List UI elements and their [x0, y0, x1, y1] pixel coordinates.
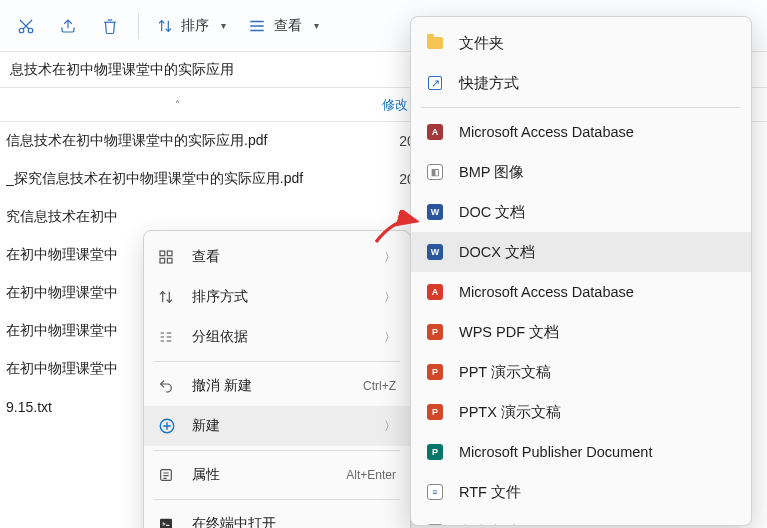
docx-icon: W: [425, 242, 445, 262]
new-access2-label: Microsoft Access Database: [459, 284, 634, 300]
sort-dropdown[interactable]: 排序 ▾: [149, 8, 234, 44]
view-label: 查看: [274, 17, 302, 35]
new-doc[interactable]: W DOC 文档: [411, 192, 751, 232]
file-name: 究信息技术在初中: [6, 208, 366, 226]
svg-rect-3: [167, 251, 172, 256]
ctx-props[interactable]: 属性 Alt+Enter: [144, 455, 410, 495]
new-type-submenu: 文件夹 ↗ 快捷方式 A Microsoft Access Database ◧…: [410, 16, 752, 526]
menu-separator: [154, 450, 400, 451]
delete-button[interactable]: [92, 8, 128, 44]
new-pptx-label: PPTX 演示文稿: [459, 403, 561, 422]
ctx-group[interactable]: 分组依据 〉: [144, 317, 410, 357]
ctx-undo-label: 撤消 新建: [192, 377, 349, 395]
sort-icon: [157, 18, 173, 34]
new-access[interactable]: A Microsoft Access Database: [411, 112, 751, 152]
ctx-props-label: 属性: [192, 466, 332, 484]
new-shortcut-label: 快捷方式: [459, 74, 519, 93]
sort-label: 排序: [181, 17, 209, 35]
doc-icon: W: [425, 202, 445, 222]
ctx-group-label: 分组依据: [192, 328, 370, 346]
ctx-sort-label: 排序方式: [192, 288, 370, 306]
publisher-icon: P: [425, 442, 445, 462]
new-access-label: Microsoft Access Database: [459, 124, 634, 140]
file-name: _探究信息技术在初中物理课堂中的实际应用.pdf: [6, 170, 366, 188]
cut-button[interactable]: [8, 8, 44, 44]
sort-icon: [158, 289, 178, 305]
shortcut-icon: ↗: [425, 73, 445, 93]
group-icon: [158, 329, 178, 345]
new-shortcut[interactable]: ↗ 快捷方式: [411, 63, 751, 103]
chevron-right-icon: 〉: [384, 289, 396, 306]
view-dropdown[interactable]: 查看 ▾: [240, 8, 327, 44]
menu-separator: [154, 499, 400, 500]
svg-rect-8: [160, 519, 172, 528]
new-pdf-label: WPS PDF 文档: [459, 323, 559, 342]
new-ppt-label: PPT 演示文稿: [459, 363, 551, 382]
ctx-terminal[interactable]: 在终端中打开: [144, 504, 410, 528]
ctx-terminal-label: 在终端中打开: [192, 515, 396, 528]
svg-rect-5: [167, 258, 172, 263]
new-publisher-label: Microsoft Publisher Document: [459, 444, 652, 460]
chevron-right-icon: 〉: [384, 329, 396, 346]
sort-asc-icon: ˄: [175, 99, 180, 110]
ctx-sort[interactable]: 排序方式 〉: [144, 277, 410, 317]
new-txt-label: 文本文档: [459, 523, 519, 527]
pptx-icon: P: [425, 402, 445, 422]
ctx-undo[interactable]: 撤消 新建 Ctrl+Z: [144, 366, 410, 406]
new-folder-label: 文件夹: [459, 34, 504, 53]
plus-circle-icon: [158, 417, 178, 435]
svg-rect-2: [160, 251, 165, 256]
new-txt[interactable]: ≡ 文本文档: [411, 512, 751, 526]
bmp-icon: ◧: [425, 162, 445, 182]
chevron-right-icon: 〉: [384, 418, 396, 435]
new-pdf[interactable]: P WPS PDF 文档: [411, 312, 751, 352]
toolbar-separator: [138, 13, 139, 39]
rtf-icon: ≡: [425, 482, 445, 502]
new-rtf[interactable]: ≡ RTF 文件: [411, 472, 751, 512]
chevron-down-icon: ▾: [221, 20, 226, 31]
share-button[interactable]: [50, 8, 86, 44]
new-bmp[interactable]: ◧ BMP 图像: [411, 152, 751, 192]
new-pptx[interactable]: P PPTX 演示文稿: [411, 392, 751, 432]
terminal-icon: [158, 516, 178, 528]
folder-icon: [425, 33, 445, 53]
new-folder[interactable]: 文件夹: [411, 23, 751, 63]
properties-icon: [158, 467, 178, 483]
menu-separator: [154, 361, 400, 362]
menu-separator: [421, 107, 741, 108]
ctx-props-accel: Alt+Enter: [346, 468, 396, 482]
new-docx[interactable]: W DOCX 文档: [411, 232, 751, 272]
column-name[interactable]: ˄: [0, 99, 360, 110]
view-icon: [248, 19, 266, 33]
pdf-icon: P: [425, 322, 445, 342]
ctx-new-label: 新建: [192, 417, 370, 435]
ctx-undo-accel: Ctrl+Z: [363, 379, 396, 393]
context-menu: 查看 〉 排序方式 〉 分组依据 〉 撤消 新建 Ctrl+Z 新建 〉 属性: [143, 230, 411, 528]
folder-title: 息技术在初中物理课堂中的实际应用: [10, 61, 234, 79]
file-name: 信息技术在初中物理课堂中的实际应用.pdf: [6, 132, 366, 150]
access-icon: A: [425, 282, 445, 302]
new-ppt[interactable]: P PPT 演示文稿: [411, 352, 751, 392]
txt-icon: ≡: [425, 522, 445, 526]
new-publisher[interactable]: P Microsoft Publisher Document: [411, 432, 751, 472]
new-bmp-label: BMP 图像: [459, 163, 524, 182]
new-rtf-label: RTF 文件: [459, 483, 521, 502]
svg-rect-4: [160, 258, 165, 263]
ctx-new[interactable]: 新建 〉: [144, 406, 410, 446]
ctx-view-label: 查看: [192, 248, 370, 266]
chevron-right-icon: 〉: [384, 249, 396, 266]
ctx-view[interactable]: 查看 〉: [144, 237, 410, 277]
grid-icon: [158, 249, 178, 265]
access-icon: A: [425, 122, 445, 142]
new-doc-label: DOC 文档: [459, 203, 525, 222]
new-access2[interactable]: A Microsoft Access Database: [411, 272, 751, 312]
undo-icon: [158, 378, 178, 394]
new-docx-label: DOCX 文档: [459, 243, 535, 262]
chevron-down-icon: ▾: [314, 20, 319, 31]
ppt-icon: P: [425, 362, 445, 382]
